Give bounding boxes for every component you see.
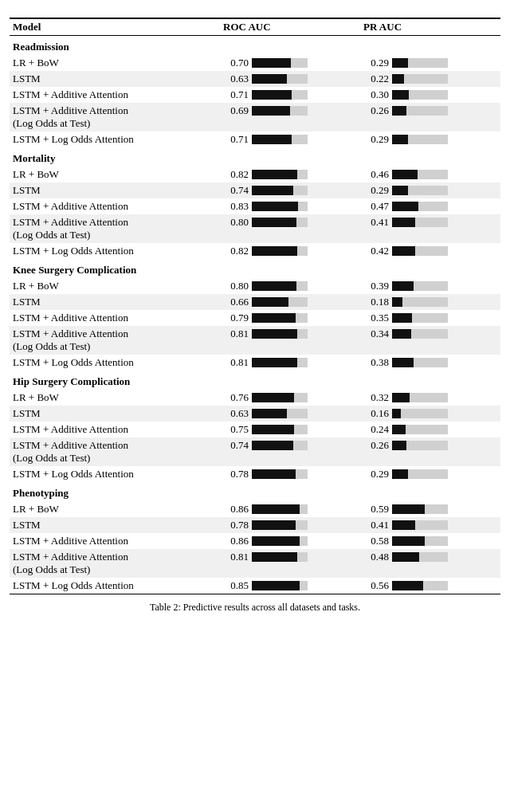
bar-cell: 0.63: [220, 71, 360, 87]
bar-fill: [252, 58, 291, 68]
bar-background: [252, 106, 308, 116]
bar-fill: [392, 58, 408, 68]
bar-cell: 0.35: [360, 310, 500, 326]
table-row: LSTM + Additive Attention(Log Odds at Te…: [10, 549, 500, 578]
bar-background: [392, 358, 448, 367]
table-row: LSTM + Additive Attention0.710.30: [10, 87, 500, 103]
section-title: Mortality: [10, 147, 500, 167]
bar-background: [392, 329, 448, 339]
model-name: LSTM + Additive Attention: [10, 87, 220, 103]
model-name: LSTM + Log Odds Attention: [10, 355, 220, 371]
bar-cell: 0.59: [360, 501, 500, 517]
model-name: LSTM + Additive Attention(Log Odds at Te…: [10, 103, 220, 131]
bar-fill: [392, 202, 418, 211]
bar-background: [252, 358, 308, 367]
metric-value: 0.29: [363, 468, 389, 481]
table-row: LSTM + Additive Attention0.860.58: [10, 533, 500, 549]
section-header-row: Readmission: [10, 36, 500, 56]
bar-cell: 0.46: [360, 167, 500, 182]
bar-background: [252, 329, 308, 339]
bar-background: [392, 246, 448, 256]
bar-background: [392, 425, 448, 434]
metric-value: 0.47: [363, 200, 389, 213]
bar-cell: 0.82: [220, 167, 360, 182]
metric-value: 0.83: [223, 200, 249, 213]
metric-value: 0.58: [363, 535, 389, 547]
table-caption: Table 2: Predictive results across all d…: [10, 601, 500, 614]
bar-background: [252, 425, 308, 434]
bar-fill: [252, 358, 297, 367]
table-row: LSTM + Additive Attention0.790.35: [10, 310, 500, 326]
table-row: LSTM0.660.18: [10, 294, 500, 310]
metric-value: 0.22: [363, 73, 389, 85]
model-name: LSTM + Additive Attention: [10, 198, 220, 214]
section-header-row: Knee Surgery Complication: [10, 259, 500, 278]
bar-cell: 0.41: [360, 517, 500, 533]
model-name: LSTM + Additive Attention: [10, 422, 220, 437]
metric-value: 0.74: [223, 439, 249, 452]
metric-value: 0.78: [223, 468, 249, 481]
bar-fill: [252, 90, 292, 100]
bar-background: [392, 393, 448, 402]
bar-cell: 0.83: [220, 198, 360, 214]
bar-background: [252, 170, 308, 179]
bar-cell: 0.39: [360, 278, 500, 294]
bar-cell: 0.81: [220, 326, 360, 355]
bar-cell: 0.75: [220, 422, 360, 437]
metric-value: 0.35: [363, 312, 389, 324]
bar-fill: [252, 520, 296, 530]
metric-value: 0.16: [363, 407, 389, 420]
model-name: LSTM + Additive Attention: [10, 533, 220, 549]
bar-cell: 0.26: [360, 103, 500, 131]
model-name: LR + BoW: [10, 278, 220, 294]
bar-background: [392, 581, 448, 590]
bar-cell: 0.38: [360, 355, 500, 371]
bar-cell: 0.71: [220, 87, 360, 103]
metric-value: 0.78: [223, 519, 249, 532]
metric-value: 0.29: [363, 57, 389, 69]
section-title: Readmission: [10, 36, 500, 56]
bar-fill: [392, 581, 423, 590]
bar-background: [392, 520, 448, 530]
bar-fill: [252, 281, 296, 291]
model-name: LSTM + Additive Attention: [10, 310, 220, 326]
bar-cell: 0.85: [220, 578, 360, 594]
bar-background: [392, 409, 448, 418]
section-title: Hip Surgery Complication: [10, 371, 500, 390]
bar-cell: 0.29: [360, 182, 500, 198]
bar-cell: 0.70: [220, 55, 360, 71]
bar-cell: 0.42: [360, 243, 500, 259]
metric-value: 0.81: [223, 356, 249, 369]
bar-cell: 0.29: [360, 131, 500, 147]
bar-background: [392, 74, 448, 84]
table-row: LSTM0.780.41: [10, 517, 500, 533]
model-name: LSTM: [10, 517, 220, 533]
bar-cell: 0.58: [360, 533, 500, 549]
metric-value: 0.76: [223, 391, 249, 404]
model-name: LSTM + Log Odds Attention: [10, 243, 220, 259]
bar-background: [252, 504, 308, 514]
bar-cell: 0.18: [360, 294, 500, 310]
metric-value: 0.70: [223, 57, 249, 69]
bar-background: [252, 218, 308, 227]
metric-value: 0.66: [223, 296, 249, 308]
table-row: LSTM + Additive Attention(Log Odds at Te…: [10, 103, 500, 131]
bar-fill: [392, 281, 414, 291]
bar-cell: 0.69: [220, 103, 360, 131]
bar-fill: [392, 358, 414, 367]
table-row: LR + BoW0.700.29: [10, 55, 500, 71]
metric-value: 0.46: [363, 168, 389, 181]
bar-background: [392, 441, 448, 450]
bar-background: [392, 186, 448, 195]
table-row: LSTM + Log Odds Attention0.810.38: [10, 355, 500, 371]
bar-fill: [252, 552, 297, 562]
bar-cell: 0.66: [220, 294, 360, 310]
metric-value: 0.81: [223, 328, 249, 340]
bar-cell: 0.32: [360, 390, 500, 406]
metric-value: 0.86: [223, 535, 249, 547]
bar-cell: 0.80: [220, 214, 360, 243]
bar-background: [392, 313, 448, 323]
bar-cell: 0.82: [220, 243, 360, 259]
table-row: LSTM + Additive Attention(Log Odds at Te…: [10, 214, 500, 243]
bar-background: [392, 90, 448, 100]
